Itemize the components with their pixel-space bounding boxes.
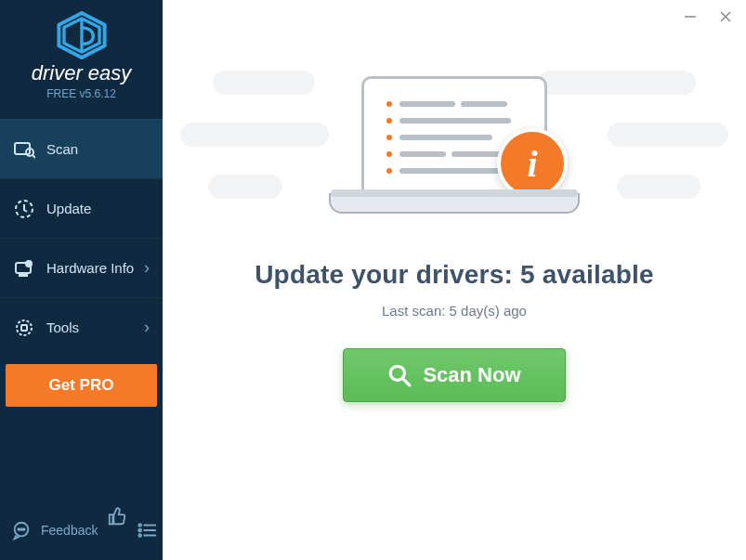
svg-point-14 bbox=[18, 528, 20, 530]
chevron-right-icon: › bbox=[144, 258, 150, 278]
logo-area: driver easy FREE v5.6.12 bbox=[0, 0, 163, 119]
svg-rect-12 bbox=[21, 325, 27, 331]
svg-line-5 bbox=[33, 155, 35, 158]
svg-line-27 bbox=[404, 379, 411, 385]
headline-text: Update your drivers: 5 available bbox=[255, 260, 654, 290]
app-logo-icon bbox=[56, 11, 108, 59]
scan-now-button[interactable]: Scan Now bbox=[343, 348, 566, 402]
sidebar-item-update[interactable]: Update bbox=[0, 178, 163, 238]
list-icon[interactable] bbox=[137, 520, 157, 540]
search-icon bbox=[387, 363, 412, 387]
info-badge-icon: i bbox=[497, 128, 568, 199]
sidebar-item-label: Update bbox=[46, 201, 150, 216]
last-scan-text: Last scan: 5 day(s) ago bbox=[382, 303, 527, 319]
svg-rect-8 bbox=[20, 274, 27, 276]
sidebar-item-label: Scan bbox=[46, 141, 150, 157]
chevron-right-icon: › bbox=[144, 318, 150, 337]
sidebar-nav: Scan Update i Hardware Info › Tools › bbox=[0, 119, 163, 357]
sidebar-item-hardware-info[interactable]: i Hardware Info › bbox=[0, 238, 163, 297]
svg-point-26 bbox=[391, 366, 405, 380]
sidebar-item-tools[interactable]: Tools › bbox=[0, 297, 163, 357]
sidebar-item-label: Hardware Info bbox=[46, 260, 144, 276]
brand-version: FREE v5.6.12 bbox=[46, 87, 116, 100]
sidebar: driver easy FREE v5.6.12 Scan Update i H… bbox=[0, 0, 163, 560]
sidebar-item-label: Tools bbox=[46, 319, 144, 335]
get-pro-button[interactable]: Get PRO bbox=[6, 364, 157, 407]
svg-point-16 bbox=[23, 528, 25, 530]
feedback-label[interactable]: Feedback bbox=[41, 523, 98, 538]
tools-icon bbox=[13, 317, 35, 339]
thumbs-up-icon[interactable] bbox=[107, 506, 127, 527]
svg-point-11 bbox=[17, 320, 32, 335]
svg-point-21 bbox=[139, 534, 142, 537]
brand-name: driver easy bbox=[32, 61, 132, 85]
svg-point-17 bbox=[139, 524, 142, 527]
laptop-illustration: i bbox=[329, 76, 580, 243]
feedback-icon[interactable] bbox=[11, 520, 32, 540]
update-icon bbox=[13, 198, 35, 220]
scan-icon bbox=[13, 138, 35, 161]
svg-point-15 bbox=[20, 528, 22, 530]
main-content: i Update your drivers: 5 available Last … bbox=[163, 0, 746, 560]
scan-now-label: Scan Now bbox=[423, 363, 520, 387]
sidebar-bottom: Feedback bbox=[0, 501, 163, 560]
sidebar-item-scan[interactable]: Scan bbox=[0, 119, 163, 178]
svg-point-19 bbox=[139, 529, 142, 532]
hardware-info-icon: i bbox=[13, 257, 35, 280]
